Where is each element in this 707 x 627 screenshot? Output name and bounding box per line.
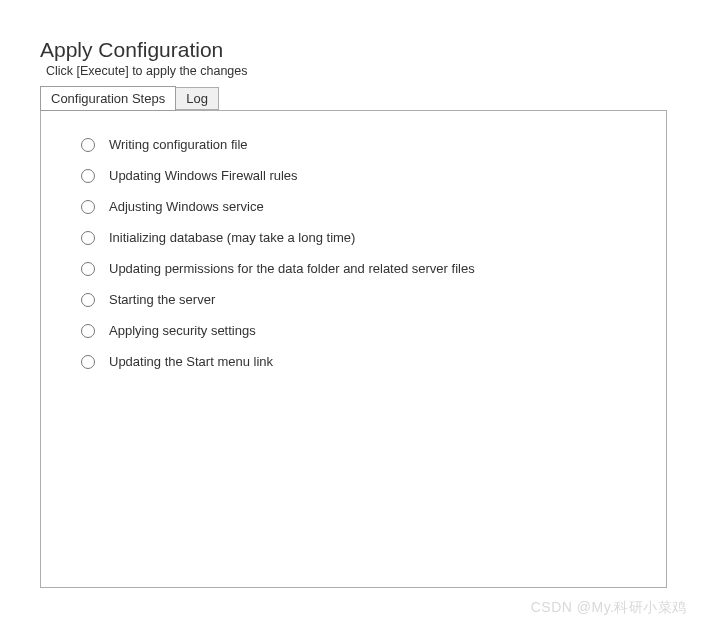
tab-log[interactable]: Log	[175, 87, 219, 110]
step-item: Applying security settings	[69, 315, 638, 346]
step-label: Starting the server	[109, 292, 215, 307]
step-item: Updating Windows Firewall rules	[69, 160, 638, 191]
step-list: Writing configuration file Updating Wind…	[69, 129, 638, 377]
step-label: Applying security settings	[109, 323, 256, 338]
step-label: Updating permissions for the data folder…	[109, 261, 475, 276]
step-item: Adjusting Windows service	[69, 191, 638, 222]
step-label: Writing configuration file	[109, 137, 248, 152]
page-title: Apply Configuration	[40, 38, 667, 62]
step-item: Starting the server	[69, 284, 638, 315]
circle-icon	[81, 200, 95, 214]
circle-icon	[81, 231, 95, 245]
circle-icon	[81, 355, 95, 369]
circle-icon	[81, 324, 95, 338]
step-label: Adjusting Windows service	[109, 199, 264, 214]
circle-icon	[81, 262, 95, 276]
tab-row: Configuration Steps Log	[40, 86, 667, 111]
tab-configuration-steps[interactable]: Configuration Steps	[40, 86, 176, 111]
step-label: Updating the Start menu link	[109, 354, 273, 369]
step-label: Initializing database (may take a long t…	[109, 230, 355, 245]
circle-icon	[81, 169, 95, 183]
step-item: Updating permissions for the data folder…	[69, 253, 638, 284]
step-item: Initializing database (may take a long t…	[69, 222, 638, 253]
watermark: CSDN @My.科研小菜鸡	[531, 599, 687, 617]
page-subtitle: Click [Execute] to apply the changes	[40, 64, 667, 78]
tab-content: Writing configuration file Updating Wind…	[40, 110, 667, 588]
main-container: Apply Configuration Click [Execute] to a…	[0, 0, 707, 588]
circle-icon	[81, 293, 95, 307]
step-item: Updating the Start menu link	[69, 346, 638, 377]
circle-icon	[81, 138, 95, 152]
step-label: Updating Windows Firewall rules	[109, 168, 298, 183]
step-item: Writing configuration file	[69, 129, 638, 160]
